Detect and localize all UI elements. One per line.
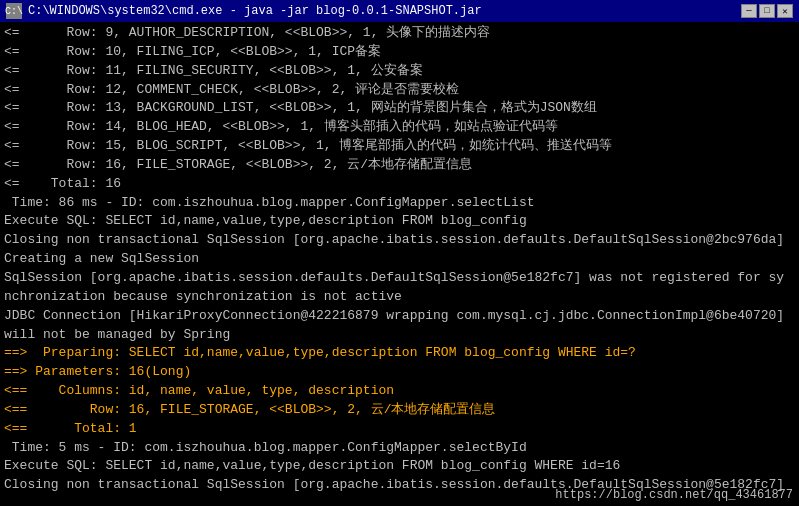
console-line: JDBC Connection [HikariProxyConnection@4…	[4, 307, 795, 326]
window-title: C:\WINDOWS\system32\cmd.exe - java -jar …	[28, 4, 482, 18]
title-bar-left: C:\ C:\WINDOWS\system32\cmd.exe - java -…	[6, 3, 482, 19]
console-line: SqlSession [org.apache.ibatis.session.de…	[4, 269, 795, 288]
console-line: Execute SQL: SELECT id,name,value,type,d…	[4, 457, 795, 476]
maximize-button[interactable]: □	[759, 4, 775, 18]
console-line: <= Row: 11, FILING_SECURITY, <<BLOB>>, 1…	[4, 62, 795, 81]
console-line: Time: 86 ms - ID: com.iszhouhua.blog.map…	[4, 194, 795, 213]
console-lines: <= Row: 9, AUTHOR_DESCRIPTION, <<BLOB>>,…	[4, 24, 795, 495]
title-bar-controls[interactable]: ─ □ ✕	[741, 4, 793, 18]
console-line: <= Row: 15, BLOG_SCRIPT, <<BLOB>>, 1, 博客…	[4, 137, 795, 156]
console-line: <== Columns: id, name, value, type, desc…	[4, 382, 795, 401]
bottom-link: https://blog.csdn.net/qq_43461877	[555, 488, 793, 502]
console-line: <= Row: 14, BLOG_HEAD, <<BLOB>>, 1, 博客头部…	[4, 118, 795, 137]
minimize-button[interactable]: ─	[741, 4, 757, 18]
close-button[interactable]: ✕	[777, 4, 793, 18]
console-output: <= Row: 9, AUTHOR_DESCRIPTION, <<BLOB>>,…	[0, 22, 799, 506]
console-line: Creating a new SqlSession	[4, 250, 795, 269]
console-line: Closing non transactional SqlSession [or…	[4, 231, 795, 250]
console-line: <= Total: 16	[4, 175, 795, 194]
console-line: <== Row: 16, FILE_STORAGE, <<BLOB>>, 2, …	[4, 401, 795, 420]
console-line: <= Row: 16, FILE_STORAGE, <<BLOB>>, 2, 云…	[4, 156, 795, 175]
console-line: <== Total: 1	[4, 420, 795, 439]
console-line: ==> Preparing: SELECT id,name,value,type…	[4, 344, 795, 363]
cmd-icon: C:\	[6, 3, 22, 19]
console-line: <= Row: 12, COMMENT_CHECK, <<BLOB>>, 2, …	[4, 81, 795, 100]
console-line: <= Row: 13, BACKGROUND_LIST, <<BLOB>>, 1…	[4, 99, 795, 118]
title-bar: C:\ C:\WINDOWS\system32\cmd.exe - java -…	[0, 0, 799, 22]
console-line: nchronization because synchronization is…	[4, 288, 795, 307]
console-line: will not be managed by Spring	[4, 326, 795, 345]
console-line: <= Row: 10, FILING_ICP, <<BLOB>>, 1, ICP…	[4, 43, 795, 62]
console-line: <= Row: 9, AUTHOR_DESCRIPTION, <<BLOB>>,…	[4, 24, 795, 43]
console-line: ==> Parameters: 16(Long)	[4, 363, 795, 382]
console-line: Time: 5 ms - ID: com.iszhouhua.blog.mapp…	[4, 439, 795, 458]
console-line: Execute SQL: SELECT id,name,value,type,d…	[4, 212, 795, 231]
